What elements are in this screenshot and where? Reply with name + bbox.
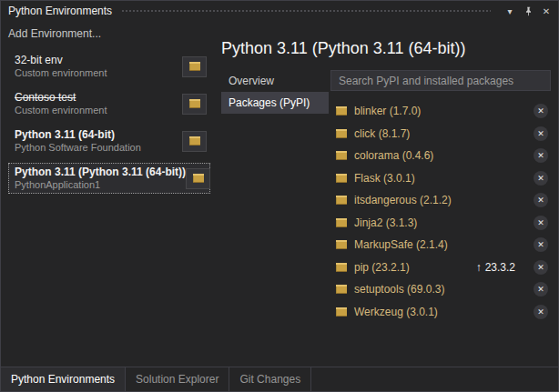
env-item-text: Contoso test Custom environment — [15, 91, 107, 116]
close-icon: ✕ — [537, 196, 544, 205]
package-icon — [189, 99, 200, 108]
package-list: blinker (1.7.0) ✕ click (8.1.7) ✕ — [330, 100, 551, 323]
package-row[interactable]: itsdangerous (2.1.2) ✕ — [330, 189, 551, 212]
env-item-text: Python 3.11 (Python 3.11 (64-bit)) Pytho… — [15, 166, 186, 191]
package-row[interactable]: pip (23.2.1) ↑ 23.3.2 ✕ — [330, 256, 551, 279]
update-version: 23.3.2 — [485, 261, 515, 274]
package-icon — [336, 174, 347, 183]
package-name: Flask (3.0.1) — [354, 172, 415, 185]
uninstall-package-button[interactable]: ✕ — [534, 148, 548, 163]
package-icon — [336, 196, 347, 205]
package-icon — [336, 151, 347, 160]
env-name: Python 3.11 (Python 3.11 (64-bit)) — [15, 166, 186, 179]
package-row[interactable]: Werkzeug (3.0.1) ✕ — [330, 301, 551, 324]
package-icon — [336, 240, 347, 249]
pin-icon — [523, 6, 534, 16]
close-icon: ✕ — [537, 106, 544, 116]
env-name: Contoso test — [15, 91, 107, 105]
add-environment-link[interactable]: Add Environment... — [8, 27, 214, 40]
package-row[interactable]: Flask (3.0.1) ✕ — [330, 167, 551, 190]
env-description: Custom environment — [15, 105, 107, 116]
package-manager-button[interactable] — [186, 168, 210, 189]
package-name: colorama (0.4.6) — [354, 149, 433, 162]
uninstall-package-button[interactable]: ✕ — [534, 305, 548, 319]
tab-overview[interactable]: Overview — [221, 70, 329, 92]
environment-list-panel: Add Environment... 32-bit env Custom env… — [1, 21, 214, 367]
tab-packages-pypi[interactable]: Packages (PyPI) — [221, 92, 329, 114]
close-button[interactable]: ✕ — [538, 3, 554, 19]
package-name: Werkzeug (3.0.1) — [354, 306, 438, 318]
env-name: Python 3.11 (64-bit) — [15, 128, 141, 142]
environment-detail-panel: Python 3.11 (Python 3.11 (64-bit)) Overv… — [214, 21, 558, 367]
env-item-32bit[interactable]: 32-bit env Custom environment — [8, 51, 210, 82]
package-row[interactable]: blinker (1.7.0) ✕ — [330, 100, 551, 123]
uninstall-package-button[interactable]: ✕ — [534, 216, 548, 230]
env-description: Custom environment — [15, 67, 107, 79]
update-arrow-icon: ↑ — [476, 261, 482, 274]
close-icon: ✕ — [543, 6, 550, 16]
pin-button[interactable] — [520, 3, 536, 19]
close-icon: ✕ — [537, 285, 544, 294]
packages-panel: blinker (1.7.0) ✕ click (8.1.7) ✕ — [330, 70, 551, 367]
package-icon — [193, 174, 204, 183]
package-name: pip (23.2.1) — [354, 261, 410, 274]
detail-tabs: Overview Packages (PyPI) — [221, 70, 329, 367]
package-manager-button[interactable] — [182, 56, 207, 77]
package-icon — [189, 136, 200, 146]
package-name: setuptools (69.0.3) — [354, 283, 444, 296]
package-icon — [336, 106, 347, 116]
close-icon: ✕ — [537, 240, 544, 249]
drag-grip[interactable] — [121, 9, 491, 14]
package-row[interactable]: colorama (0.4.6) ✕ — [330, 145, 551, 167]
env-item-python311-app[interactable]: Python 3.11 (Python 3.11 (64-bit)) Pytho… — [8, 163, 210, 194]
close-icon: ✕ — [537, 151, 544, 160]
uninstall-package-button[interactable]: ✕ — [534, 282, 548, 297]
package-name: itsdangerous (2.1.2) — [354, 194, 452, 206]
package-manager-button[interactable] — [182, 94, 207, 115]
uninstall-package-button[interactable]: ✕ — [534, 126, 548, 141]
window-title: Python Environments — [8, 5, 112, 17]
package-icon — [336, 285, 347, 294]
bottom-tab-python-environments[interactable]: Python Environments — [1, 367, 126, 391]
environment-list: 32-bit env Custom environment Contoso te… — [8, 51, 214, 194]
close-icon: ✕ — [537, 174, 544, 183]
package-icon — [336, 263, 347, 272]
close-icon: ✕ — [537, 218, 544, 227]
uninstall-package-button[interactable]: ✕ — [534, 193, 548, 207]
uninstall-package-button[interactable]: ✕ — [534, 260, 548, 275]
titlebar: Python Environments ▾ ✕ — [1, 1, 558, 21]
package-icon — [336, 307, 347, 317]
detail-body: Overview Packages (PyPI) blinker (1.7.0)… — [221, 70, 551, 367]
close-icon: ✕ — [537, 307, 544, 317]
uninstall-package-button[interactable]: ✕ — [534, 237, 548, 252]
package-name: click (8.1.7) — [354, 127, 410, 140]
env-description: Python Software Foundation — [15, 142, 141, 154]
env-item-contoso[interactable]: Contoso test Custom environment — [8, 88, 210, 119]
main-area: Add Environment... 32-bit env Custom env… — [1, 21, 558, 367]
package-icon — [336, 218, 347, 227]
package-row[interactable]: Jinja2 (3.1.3) ✕ — [330, 212, 551, 235]
close-icon: ✕ — [537, 263, 544, 272]
env-item-text: 32-bit env Custom environment — [15, 54, 107, 79]
package-icon — [189, 62, 200, 71]
uninstall-package-button[interactable]: ✕ — [534, 104, 548, 118]
package-manager-button[interactable] — [182, 131, 207, 152]
close-icon: ✕ — [537, 129, 544, 138]
chevron-down-icon: ▾ — [507, 6, 512, 16]
env-description: PythonApplication1 — [15, 179, 186, 191]
bottom-tab-bar: Python Environments Solution Explorer Gi… — [1, 367, 558, 391]
uninstall-package-button[interactable]: ✕ — [534, 171, 548, 186]
package-row[interactable]: setuptools (69.0.3) ✕ — [330, 278, 551, 301]
package-name: MarkupSafe (2.1.4) — [354, 238, 448, 251]
bottom-tab-git-changes[interactable]: Git Changes — [229, 367, 311, 391]
window-position-button[interactable]: ▾ — [502, 3, 518, 19]
package-name: blinker (1.7.0) — [354, 105, 421, 117]
package-row[interactable]: click (8.1.7) ✕ — [330, 123, 551, 146]
search-input[interactable] — [330, 70, 551, 91]
env-item-text: Python 3.11 (64-bit) Python Software Fou… — [15, 128, 141, 154]
bottom-tab-solution-explorer[interactable]: Solution Explorer — [126, 367, 229, 391]
package-name: Jinja2 (3.1.3) — [354, 216, 417, 229]
env-item-python311[interactable]: Python 3.11 (64-bit) Python Software Fou… — [8, 126, 210, 156]
package-row[interactable]: MarkupSafe (2.1.4) ✕ — [330, 234, 551, 256]
update-package-button[interactable]: ↑ 23.3.2 — [476, 261, 515, 274]
